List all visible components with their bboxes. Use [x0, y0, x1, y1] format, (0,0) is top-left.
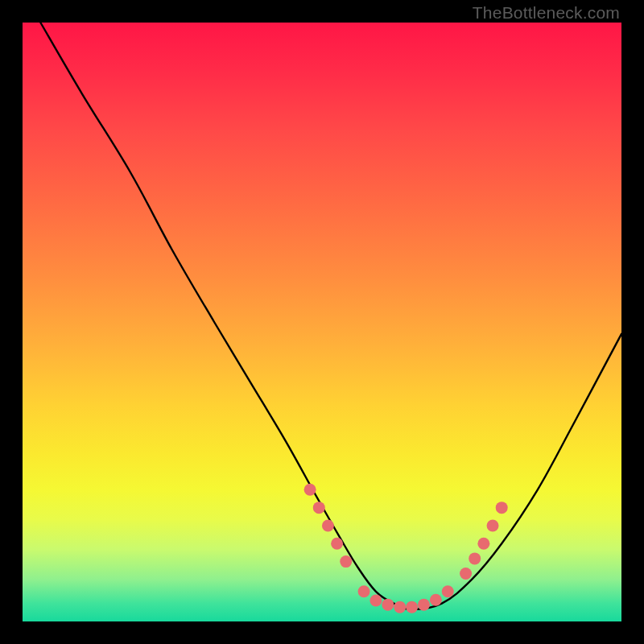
highlight-dot [331, 538, 343, 550]
highlight-dot [418, 599, 430, 611]
plot-area [23, 23, 621, 621]
highlight-dot [496, 502, 508, 514]
highlight-dot [304, 484, 316, 496]
highlight-dot [340, 555, 352, 568]
highlight-dot [369, 594, 382, 606]
highlight-dot [477, 538, 489, 550]
highlight-dot [442, 585, 454, 597]
curve-svg [23, 23, 621, 621]
watermark-text: TheBottleneck.com [473, 3, 620, 23]
outer-frame: TheBottleneck.com [0, 0, 644, 644]
highlight-dot [358, 585, 370, 597]
highlight-dot [406, 601, 418, 613]
highlight-dot [313, 502, 325, 514]
highlight-dot [487, 519, 499, 531]
highlight-dot [394, 601, 406, 613]
highlight-dots [304, 484, 508, 613]
highlight-dot [430, 594, 442, 606]
highlight-dot [460, 568, 472, 580]
highlight-dot [382, 599, 394, 611]
highlight-dot [469, 552, 481, 564]
highlight-dot [322, 519, 334, 531]
